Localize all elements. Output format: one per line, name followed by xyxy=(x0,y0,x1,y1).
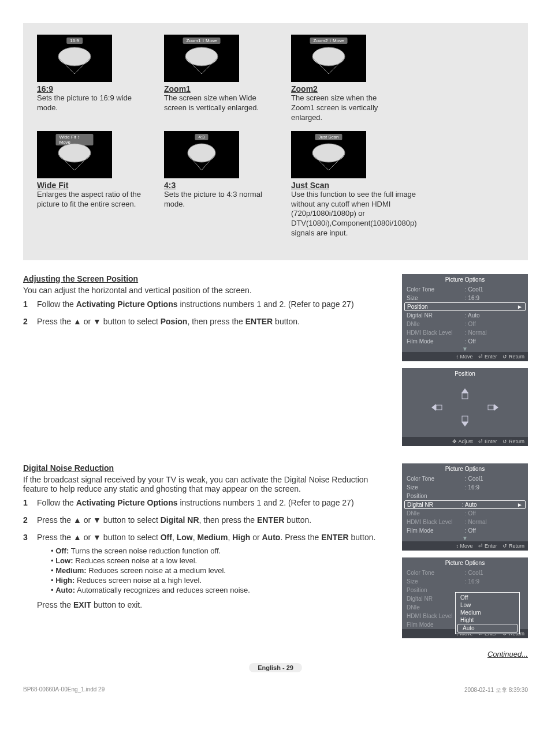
osd-submenu-digital-nr[interactable]: Off Low Medium Hight Auto xyxy=(455,592,520,634)
balloon-icon xyxy=(54,143,95,171)
balloon-icon xyxy=(308,46,349,75)
arrow-left-icon xyxy=(426,402,443,414)
bullet-low: • Low: Reduces screen noise at a low lev… xyxy=(51,556,390,565)
balloon-icon xyxy=(308,143,349,171)
chevron-right-icon: ► xyxy=(517,304,523,310)
heading-adjust-position: Adjusting the Screen Position xyxy=(23,274,390,283)
bullet-auto: • Auto: Automatically recognizes and red… xyxy=(51,586,390,594)
svg-point-0 xyxy=(58,47,91,66)
step-1: 1 Follow the Activating Picture Options … xyxy=(23,300,390,309)
svg-point-1 xyxy=(185,47,218,66)
size-item-zoom2: Zoom2 ↕ Move Zoom2 The screen size when … xyxy=(291,35,395,123)
size-item-wide-fit: Wide Fit ↕ Move Wide Fit Enlarges the as… xyxy=(37,131,141,238)
bullet-high: • High: Reduces screen noise at a high l… xyxy=(51,576,390,585)
noise-step-2: 2 Press the ▲ or ▼ button to select Digi… xyxy=(23,515,390,525)
osd-position-adjust: Position ✥ Adju xyxy=(402,368,528,446)
submenu-item-low[interactable]: Low xyxy=(456,601,519,609)
svg-rect-7 xyxy=(436,405,442,410)
osd-selected-position[interactable]: Position► xyxy=(404,302,526,311)
svg-point-2 xyxy=(312,47,345,66)
osd-picture-options-nr: Picture Options Color Tone: Cool1 Size: … xyxy=(402,463,528,551)
svg-marker-8 xyxy=(461,388,468,393)
balloon-icon xyxy=(184,143,219,171)
arrow-right-icon xyxy=(487,402,504,414)
text-adjust-intro: You can adjust the horizontal and vertic… xyxy=(23,286,390,295)
page-number: English - 29 xyxy=(249,663,302,672)
osd-picture-options-position: Picture Options Color Tone: Cool1 Size: … xyxy=(402,274,528,361)
svg-rect-9 xyxy=(462,393,468,399)
footer-file: BP68-00660A-00Eng_1.indd 29 xyxy=(23,686,105,694)
footer-timestamp: 2008-02-11 오후 8:39:30 xyxy=(464,686,528,694)
osd-picture-options-nr-submenu: Picture Options Color Tone: Cool1 Size: … xyxy=(402,557,528,638)
svg-marker-13 xyxy=(494,404,498,411)
print-footer: BP68-00660A-00Eng_1.indd 29 2008-02-11 오… xyxy=(0,684,551,694)
size-item-16-9: 16:9 16:9 Sets the picture to 16:9 wide … xyxy=(37,35,141,123)
noise-step-1: 1 Follow the Activating Picture Options … xyxy=(23,498,390,507)
bullet-off: • Off: Turns the screen noise reduction … xyxy=(51,547,390,555)
text-noise-intro: If the broadcast signal received by your… xyxy=(23,475,390,493)
svg-point-5 xyxy=(312,144,345,162)
submenu-item-auto[interactable]: Auto xyxy=(457,624,518,633)
picture-size-grid: 16:9 16:9 Sets the picture to 16:9 wide … xyxy=(23,23,528,260)
submenu-item-off[interactable]: Off xyxy=(456,594,519,601)
svg-rect-11 xyxy=(462,416,468,422)
noise-step-3: 3 Press the ▲ or ▼ button to select Off,… xyxy=(23,533,390,609)
balloon-icon xyxy=(54,46,95,75)
bullet-medium: • Medium: Reduces screen noise at a medi… xyxy=(51,566,390,575)
svg-marker-6 xyxy=(431,404,436,411)
svg-point-3 xyxy=(58,144,91,162)
submenu-item-medium[interactable]: Medium xyxy=(456,609,519,616)
step-2: 2 Press the ▲ or ▼ button to select Posi… xyxy=(23,317,390,326)
svg-rect-12 xyxy=(488,405,494,410)
size-desc: Sets the picture to 16:9 wide mode. xyxy=(37,93,141,113)
size-item-just-scan: Just Scan Just Scan Use this function to… xyxy=(291,131,418,238)
submenu-item-hight[interactable]: Hight xyxy=(456,616,519,624)
svg-marker-10 xyxy=(461,422,468,426)
size-item-4-3: 4:3 4:3 Sets the picture to 4:3 normal m… xyxy=(164,131,268,238)
balloon-icon xyxy=(181,46,222,75)
heading-noise-reduction: Digital Noise Reduction xyxy=(23,463,390,473)
size-item-zoom1: Zoom1 ↕ Move Zoom1 The screen size when … xyxy=(164,35,268,123)
size-title: 16:9 xyxy=(37,84,141,93)
svg-point-4 xyxy=(188,144,215,162)
arrow-vertical-icon xyxy=(458,387,472,429)
continued-label: Continued... xyxy=(23,650,528,658)
chevron-right-icon: ► xyxy=(517,501,523,508)
osd-selected-digital-nr[interactable]: Digital NR: Auto► xyxy=(404,500,526,509)
